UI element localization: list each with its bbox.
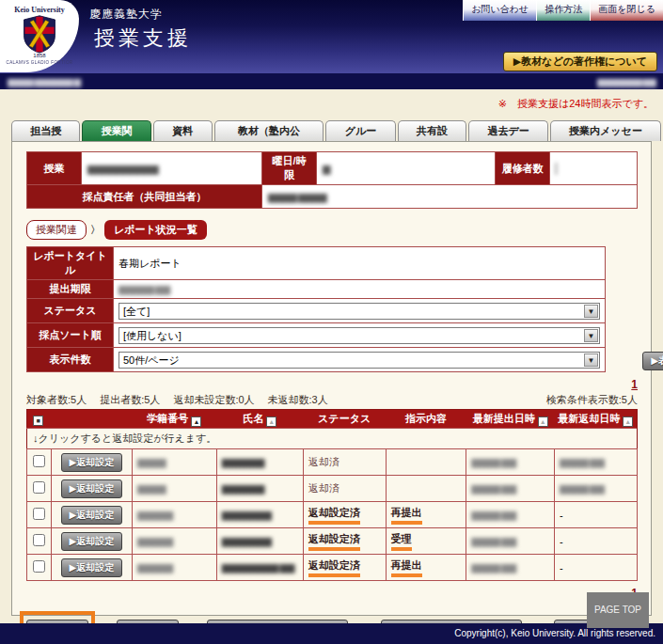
return-setting-button[interactable]: ▶返却設定 xyxy=(61,506,123,525)
status-badge: 返却設定済 xyxy=(308,506,360,525)
report-title-label: レポートタイトル xyxy=(27,247,114,280)
instruction-badge: 受理 xyxy=(391,532,412,551)
row-checkbox[interactable] xyxy=(33,481,45,494)
tab-share-settings[interactable]: 共有設定 xyxy=(398,120,466,141)
header: Keio University 1858 CALAMVS GLADIO FORT… xyxy=(0,0,663,73)
table-row: ▶返却設定 ▆▆▆▆ ▆▆▆▆▆▆ 返却済 ▆▆▆▆ ▆▆ ▆▆▆▆ ▆▆ xyxy=(27,449,638,476)
return-setting-button[interactable]: ▶返却設定 xyxy=(61,558,123,577)
copyright-info-button[interactable]: ▶教材などの著作権について xyxy=(503,52,657,71)
contact-button[interactable]: お問い合わせ xyxy=(463,0,536,21)
page-title: 授業支援 xyxy=(94,24,192,53)
tab-assigned-classes[interactable]: 担当授業 xyxy=(11,120,80,141)
pagination-bottom: 1 xyxy=(26,587,638,600)
status-badge: 返却設定済 xyxy=(308,532,360,551)
col-student-id: 学籍番号 ▲ xyxy=(132,410,216,429)
day-period-label: 曜日/時限 xyxy=(262,152,317,185)
sort-asc-icon[interactable]: ▲ xyxy=(191,416,201,427)
tab-library[interactable]: 資料室 xyxy=(153,120,213,141)
chevron-down-icon: ▼ xyxy=(584,353,598,367)
report-filter-form: レポートタイトル 春期レポート 提出期限 ▆▆▆▆▆ ▆▆ ステータス [全て]… xyxy=(26,246,637,372)
day-period-value: ▆ xyxy=(317,152,496,185)
col-instruction: 指示内容 xyxy=(386,410,466,429)
pagination-top: 1 xyxy=(26,378,638,391)
class-info-table: 授業 ▆▆▆▆▆▆▆▆▆▆ 曜日/時限 ▆ 履修者数 ▏ 採点責任者（共同担当者… xyxy=(26,151,638,209)
content-panel: 授業 ▆▆▆▆▆▆▆▆▆▆ 曜日/時限 ▆ 履修者数 ▏ 採点責任者（共同担当者… xyxy=(11,141,652,616)
tab-materials[interactable]: 教材（塾内公開） xyxy=(214,120,324,141)
items-per-page-label: 表示件数 xyxy=(27,348,114,372)
report-title-value: 春期レポート xyxy=(114,247,606,280)
status-badge: 返却済 xyxy=(308,482,339,494)
tab-class-related[interactable]: 授業関連 xyxy=(82,120,150,141)
university-name: 慶應義塾大学 xyxy=(89,7,163,23)
header-buttons: お問い合わせ 操作方法 画面を閉じる xyxy=(463,0,663,21)
enrolled-value: ▏ xyxy=(550,152,638,185)
instruction-badge: 再提出 xyxy=(391,506,422,525)
howto-button[interactable]: 操作方法 xyxy=(536,0,590,21)
tab-past-data[interactable]: 過去データ xyxy=(468,120,548,141)
select-all-icon[interactable]: ■ xyxy=(33,416,43,426)
user-name-redacted: ▆▆▆▆ ▆▆▆▆▆▆ ▆ xyxy=(8,73,80,89)
col-last-returned: 最新返却日時 ▲ xyxy=(555,410,638,429)
table-row: ▶返却設定 ▆▆▆▆ ▆▆▆▆▆▆ 返却済 ▆▆▆▆ ▆▆ ▆▆▆▆ ▆▆ xyxy=(27,476,638,502)
row-checkbox[interactable] xyxy=(33,534,45,546)
student-name-link[interactable]: ▆▆▆▆▆▆▆ xyxy=(222,509,271,520)
col-last-submitted: 最新提出日時 ▲ xyxy=(466,410,555,429)
page-top-button[interactable]: PAGE TOP xyxy=(587,592,649,628)
status-badge: 返却設定済 xyxy=(308,558,360,577)
student-name-link[interactable]: ▆▆▆▆▆▆▆ xyxy=(222,535,271,546)
chevron-down-icon: ▼ xyxy=(584,305,598,318)
col-status: ステータス xyxy=(303,410,386,429)
class-value: ▆▆▆▆▆▆▆▆▆▆ xyxy=(82,152,262,185)
grader-value: ▆▆▆▆ ▆▆▆▆ xyxy=(262,185,638,209)
logo-motto: CALAMVS GLADIO FORTIOR xyxy=(6,59,73,64)
student-name-link[interactable]: ▆▆▆▆▆▆ xyxy=(222,456,264,467)
row-checkbox[interactable] xyxy=(33,455,45,467)
keio-logo: Keio University 1858 CALAMVS GLADIO FORT… xyxy=(0,0,79,72)
return-setting-button[interactable]: ▶返却設定 xyxy=(61,479,123,498)
breadcrumb-report-status-list: レポート状況一覧 xyxy=(104,220,207,240)
page-1-link[interactable]: 1 xyxy=(631,378,638,391)
sort-icon[interactable]: ▲ xyxy=(538,416,548,427)
tab-class-messages[interactable]: 授業内メッセージ xyxy=(550,120,661,141)
breadcrumb-separator: 〉 xyxy=(90,223,101,237)
row-checkbox[interactable] xyxy=(33,560,45,573)
table-row: ▶返却設定 ▆▆▆▆▆ ▆▆▆▆▆▆▆ 返却設定済 再提出 ▆▆▆▆ ▆▆ - xyxy=(27,502,638,528)
stat-unreturned: 未返却数:3人 xyxy=(268,393,328,407)
tab-groups[interactable]: グループ xyxy=(325,120,395,141)
return-setting-button[interactable]: ▶返却設定 xyxy=(61,532,123,551)
deadline-value: ▆▆▆▆▆ ▆▆ xyxy=(114,280,606,299)
report-status-table: ■ 学籍番号 ▲ 氏名 ▲ ステータス 指示内容 最新提出日時 ▲ 最新返却日時… xyxy=(26,409,638,581)
keio-crest-icon xyxy=(20,14,59,54)
breadcrumb-class-related[interactable]: 授業関連 xyxy=(26,220,87,240)
24h-notice: ※ 授業支援は24時間表示です。 xyxy=(498,97,654,111)
user-bar: ▆▆▆▆ ▆▆▆▆▆▆ ▆ ▆▆▆▆▆▆▆ ▆▆ xyxy=(0,73,663,89)
datetime-redacted: ▆▆▆▆▆▆▆ ▆▆ xyxy=(597,73,655,89)
table-hint: ↓クリックすると返却設定が行えます。 xyxy=(27,429,638,449)
stat-targets: 対象者数:5人 xyxy=(26,393,87,407)
col-name: 氏名 ▲ xyxy=(216,410,303,429)
status-select[interactable]: [全て]▼ xyxy=(118,303,600,320)
student-name-link[interactable]: ▆▆▆▆▆▆▆▆ ▆▆ xyxy=(222,561,294,573)
status-badge: 返却済 xyxy=(308,456,339,467)
page: Keio University 1858 CALAMVS GLADIO FORT… xyxy=(0,0,663,644)
footer-copyright: Copyright(c), Keio University. All right… xyxy=(0,623,663,644)
show-button[interactable]: ▶表示 xyxy=(642,352,663,370)
table-row: ▶返却設定 ▆▆▆▆▆ ▆▆▆▆▆▆▆▆ ▆▆ 返却設定済 再提出 ▆▆▆▆ ▆… xyxy=(27,555,638,581)
status-label: ステータス xyxy=(27,299,114,323)
row-checkbox[interactable] xyxy=(33,508,45,520)
sort-icon[interactable]: ▲ xyxy=(266,416,276,427)
close-screen-button[interactable]: 画面を閉じる xyxy=(590,0,663,21)
logo-university-name: Keio University xyxy=(6,6,73,14)
stats-bar: 対象者数:5人 提出者数:5人 返却未設定数:0人 未返却数:3人 検索条件表示… xyxy=(26,393,638,407)
enrolled-label: 履修者数 xyxy=(496,152,550,185)
score-sort-label: 採点ソート順 xyxy=(27,323,114,348)
deadline-label: 提出期限 xyxy=(27,280,114,299)
student-name-link[interactable]: ▆▆▆▆▆▆ xyxy=(222,482,264,494)
return-setting-button[interactable]: ▶返却設定 xyxy=(61,453,123,472)
items-per-page-select[interactable]: 50件/ページ▼ xyxy=(118,352,600,369)
class-label: 授業 xyxy=(27,152,82,185)
chevron-down-icon: ▼ xyxy=(584,329,598,342)
sort-icon[interactable]: ▲ xyxy=(623,416,633,427)
score-sort-select[interactable]: [使用しない]▼ xyxy=(118,327,600,344)
tab-bar: 担当授業 授業関連 資料室 教材（塾内公開） グループ 共有設定 過去データ 授… xyxy=(11,120,663,141)
